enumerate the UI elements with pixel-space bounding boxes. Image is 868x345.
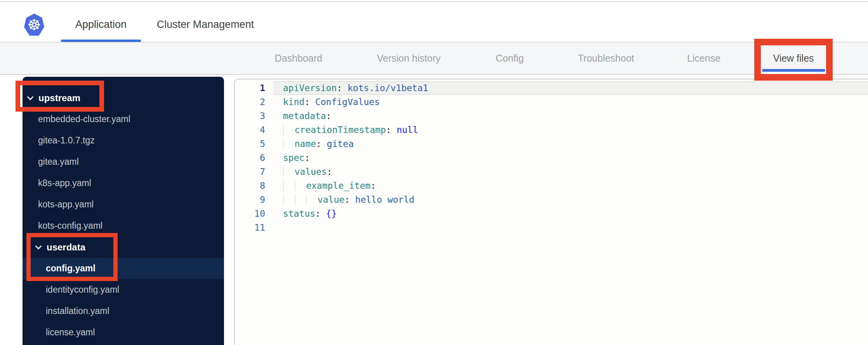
tree-label: gitea.yaml	[38, 157, 79, 167]
tree-file-embedded-cluster-yaml[interactable]: embedded-cluster.yaml	[23, 109, 224, 130]
token-val: kots.io/v1beta1	[347, 83, 428, 93]
code-line-8: 8 example_item:	[235, 179, 868, 193]
code-line-11: 11	[235, 221, 868, 235]
indent-guide	[283, 139, 295, 149]
token-colon: :	[315, 209, 326, 219]
code-line-10: 10status: {}	[235, 207, 868, 221]
chevron-down-icon	[35, 243, 42, 249]
file-content-editor[interactable]: 1apiVersion: kots.io/v1beta12kind: Confi…	[234, 79, 868, 345]
tree-file-installation-yaml[interactable]: installation.yaml	[23, 300, 224, 322]
code-line-3: 3metadata:	[235, 109, 868, 123]
line-number: 8	[235, 179, 273, 193]
tree-folder-userdata[interactable]: userdata	[23, 236, 224, 258]
line-number: 6	[235, 151, 273, 165]
token-key: status	[283, 209, 315, 219]
code-text: value: hello world	[273, 193, 868, 207]
code-line-7: 7 values:	[235, 165, 868, 179]
kubernetes-logo-icon: ☸	[24, 14, 44, 36]
token-key: apiVersion	[283, 83, 337, 93]
code-text: name: gitea	[273, 137, 868, 151]
app-subnav: DashboardVersion historyConfigTroublesho…	[0, 42, 868, 75]
token-colon: :	[316, 139, 327, 149]
code-text: apiVersion: kots.io/v1beta1	[273, 81, 868, 95]
code-text: status: {}	[273, 207, 868, 221]
code-line-5: 5 name: gitea	[235, 137, 868, 151]
line-number: 4	[235, 123, 273, 137]
token-atom: {}	[326, 209, 337, 219]
tree-label: identityconfig.yaml	[46, 285, 119, 295]
subnav-item-config[interactable]: Config	[496, 43, 524, 74]
token-colon: :	[304, 153, 310, 163]
tree-file-license-yaml[interactable]: license.yaml	[23, 322, 224, 343]
token-val: gitea	[327, 139, 354, 149]
tree-file-identityconfig-yaml[interactable]: identityconfig.yaml	[23, 279, 224, 300]
line-number: 3	[235, 109, 273, 123]
tree-label: upstream	[38, 93, 80, 104]
token-key: values	[295, 167, 327, 177]
tree-file-config-yaml[interactable]: config.yaml	[23, 258, 224, 279]
token-val: ConfigValues	[315, 97, 380, 107]
code-line-1: 1apiVersion: kots.io/v1beta1	[235, 81, 868, 95]
token-key: example_item	[306, 181, 370, 191]
token-colon: :	[327, 167, 332, 177]
indent-guide	[283, 125, 295, 135]
tree-file-kots-config-yaml[interactable]: kots-config.yaml	[23, 215, 224, 236]
line-number: 11	[235, 221, 273, 235]
subnav-item-view-files[interactable]: View files	[773, 43, 814, 74]
code-text: metadata:	[273, 109, 868, 123]
code-text: creationTimestamp: null	[273, 123, 868, 137]
header-tab-cluster-management[interactable]: Cluster Management	[157, 17, 254, 31]
code-text: values:	[273, 165, 868, 179]
token-key: kind	[283, 97, 304, 107]
file-tree-sidebar: upstreamembedded-cluster.yamlgitea-1.0.7…	[23, 77, 224, 345]
line-number: 2	[235, 95, 273, 109]
code-text: spec:	[273, 151, 868, 165]
code-text	[273, 221, 868, 235]
token-atom: null	[397, 125, 418, 135]
subnav-item-license[interactable]: License	[687, 43, 720, 74]
code-text: example_item:	[273, 179, 868, 193]
line-number: 10	[235, 207, 273, 221]
indent-guide	[295, 195, 306, 205]
token-key: creationTimestamp	[295, 125, 386, 135]
indent-guide	[283, 195, 295, 205]
token-colon: :	[371, 181, 376, 191]
token-key: value	[318, 195, 344, 205]
indent-guide	[306, 195, 318, 205]
token-colon: :	[326, 111, 332, 121]
tree-file-k8s-app-yaml[interactable]: k8s-app.yaml	[23, 172, 224, 194]
code-line-6: 6spec:	[235, 151, 868, 165]
token-colon: :	[304, 97, 315, 107]
tree-label: installation.yaml	[46, 306, 109, 316]
tree-folder-upstream[interactable]: upstream	[23, 87, 224, 109]
token-val: hello world	[355, 195, 414, 205]
code-line-2: 2kind: ConfigValues	[235, 95, 868, 109]
subnav-item-version-history[interactable]: Version history	[377, 43, 441, 74]
tree-file-gitea-1-0-7-tgz[interactable]: gitea-1.0.7.tgz	[23, 130, 224, 151]
indent-guide	[283, 181, 295, 191]
header-tab-application[interactable]: Application	[75, 17, 127, 31]
tree-file-kots-app-yaml[interactable]: kots-app.yaml	[23, 194, 224, 215]
tree-label: config.yaml	[46, 263, 95, 274]
code-text: kind: ConfigValues	[273, 95, 868, 109]
tree-label: userdata	[47, 242, 85, 253]
subnav-item-dashboard[interactable]: Dashboard	[275, 43, 322, 74]
line-number: 5	[235, 137, 273, 151]
chevron-down-icon	[27, 93, 34, 100]
tree-label: license.yaml	[46, 327, 95, 338]
subnav-item-troubleshoot[interactable]: Troubleshoot	[578, 43, 634, 74]
indent-guide	[295, 181, 306, 191]
code-line-9: 9 value: hello world	[235, 193, 868, 207]
tree-label: embedded-cluster.yaml	[38, 114, 130, 124]
token-colon: :	[344, 195, 355, 205]
token-key: name	[295, 139, 316, 149]
tree-label: kots-app.yaml	[38, 199, 94, 210]
token-colon: :	[386, 125, 397, 135]
code-line-4: 4 creationTimestamp: null	[235, 123, 868, 137]
tree-label: k8s-app.yaml	[38, 178, 91, 188]
helm-wheel-glyph: ☸	[27, 17, 41, 33]
indent-guide	[283, 167, 295, 177]
tree-file-gitea-yaml[interactable]: gitea.yaml	[23, 151, 224, 172]
tree-label: gitea-1.0.7.tgz	[38, 135, 95, 146]
line-number: 7	[235, 165, 273, 179]
